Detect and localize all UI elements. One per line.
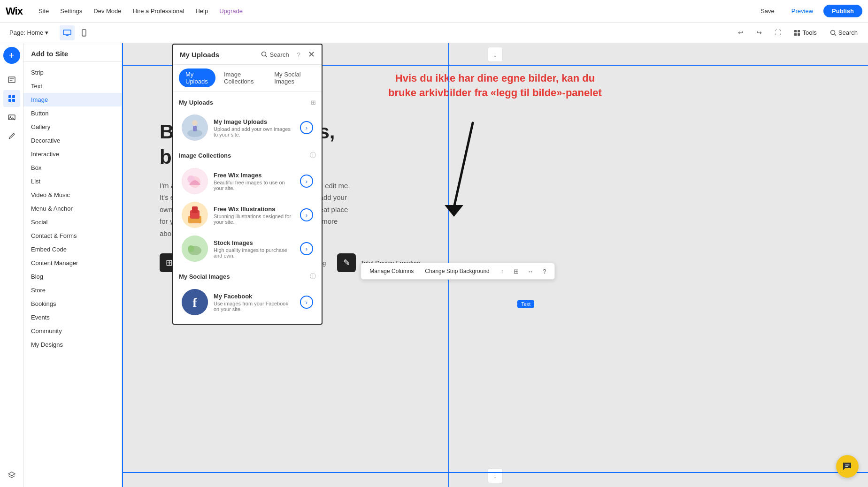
media-item-facebook[interactable]: f My Facebook Use images from your Faceb… <box>179 285 316 319</box>
add-panel-icon[interactable] <box>3 90 20 107</box>
add-panel-list: Strip Text Image Button Gallery Decorati… <box>23 62 122 487</box>
add-panel-item-text[interactable]: Text <box>23 79 122 93</box>
add-element-button[interactable]: + <box>3 47 20 64</box>
free-wix-arrow[interactable]: › <box>300 175 313 188</box>
fullscreen-button[interactable]: ⛶ <box>770 25 785 40</box>
toolbar-up-icon[interactable]: ↑ <box>496 265 508 277</box>
preview-button[interactable]: Preview <box>785 5 820 17</box>
layers-icon[interactable] <box>3 466 20 483</box>
svg-rect-9 <box>8 95 11 98</box>
nav-help[interactable]: Help <box>191 6 213 16</box>
nav-upgrade[interactable]: Upgrade <box>215 6 247 16</box>
svg-point-19 <box>192 120 198 126</box>
social-images-info-icon[interactable]: ⓘ <box>310 272 316 281</box>
nav-site[interactable]: Site <box>34 6 54 16</box>
page-selector[interactable]: Page: Home ▾ <box>6 27 52 38</box>
illustrations-desc: Stunning illustrations designed for your… <box>214 213 294 225</box>
media-panel-close-button[interactable]: ✕ <box>308 49 315 60</box>
add-panel-item-menu[interactable]: Menu & Anchor <box>23 202 122 215</box>
add-panel-item-content[interactable]: Content Manager <box>23 256 122 270</box>
social-images-title: My Social Images <box>179 273 230 280</box>
undo-button[interactable]: ↩ <box>733 25 748 40</box>
facebook-thumb: f <box>182 289 208 315</box>
change-strip-bg-button[interactable]: Change Strip Background <box>420 266 494 276</box>
svg-rect-3 <box>794 30 797 32</box>
add-panel-item-social[interactable]: Social <box>23 215 122 229</box>
save-button[interactable]: Save <box>754 5 781 17</box>
toolbar-settings-icon[interactable]: ⊞ <box>510 265 522 277</box>
tools-label: Tools <box>802 29 816 36</box>
media-item-illustrations[interactable]: Free Wix Illustrations Stunning illustra… <box>179 198 316 232</box>
my-uploads-title: My Uploads <box>179 99 213 106</box>
add-panel-item-button[interactable]: Button <box>23 107 122 120</box>
my-uploads-info-icon[interactable]: ⊞ <box>311 99 316 106</box>
svg-rect-20 <box>193 126 197 131</box>
svg-text:f: f <box>192 295 197 310</box>
illustrations-title: Free Wix Illustrations <box>214 205 294 213</box>
canvas-scroll-down[interactable]: ↓ <box>488 47 503 62</box>
tab-image-collections[interactable]: Image Collections <box>217 68 266 87</box>
add-panel-item-strip[interactable]: Strip <box>23 66 122 79</box>
add-panel-item-bookings[interactable]: Bookings <box>23 297 122 311</box>
tab-my-social[interactable]: My Social Images <box>268 68 316 87</box>
illustrations-thumb <box>182 202 208 228</box>
icon-rail: + <box>0 43 23 487</box>
facebook-arrow[interactable]: › <box>300 296 313 309</box>
help-icon[interactable]: ? <box>297 51 300 59</box>
add-panel-item-video[interactable]: Video & Music <box>23 188 122 202</box>
canvas-blue-line-left <box>122 43 123 487</box>
add-panel-item-decorative[interactable]: Decorative <box>23 134 122 147</box>
add-panel-item-interactive[interactable]: Interactive <box>23 147 122 161</box>
brush-icon[interactable] <box>3 128 20 145</box>
add-panel-item-embed[interactable]: Embed Code <box>23 243 122 256</box>
add-panel-item-image[interactable]: Image <box>23 93 122 107</box>
chat-bubble[interactable] <box>836 455 859 478</box>
nav-hire[interactable]: Hire a Professional <box>128 6 189 16</box>
facebook-info: My Facebook Use images from your Faceboo… <box>214 293 294 312</box>
tools-button[interactable]: Tools <box>789 27 821 38</box>
facebook-title: My Facebook <box>214 293 294 300</box>
svg-point-7 <box>830 30 835 34</box>
media-item-stock[interactable]: Stock Images High quality images to purc… <box>179 232 316 266</box>
tab-my-uploads[interactable]: My Uploads <box>179 68 215 87</box>
illustrations-arrow[interactable]: › <box>300 208 313 221</box>
nav-settings[interactable]: Settings <box>55 6 87 16</box>
mobile-button[interactable] <box>77 25 92 40</box>
free-wix-thumb <box>182 168 208 194</box>
add-panel-item-mydesigns[interactable]: My Designs <box>23 338 122 351</box>
media-icon[interactable] <box>3 109 20 126</box>
toolbar-help-icon[interactable]: ? <box>538 265 551 277</box>
media-item-my-uploads[interactable]: My Image Uploads Upload and add your own… <box>179 111 316 145</box>
stock-arrow[interactable]: › <box>300 242 313 255</box>
add-panel-item-contact[interactable]: Contact & Forms <box>23 229 122 243</box>
add-panel-item-box[interactable]: Box <box>23 161 122 175</box>
search-button[interactable]: Search <box>825 27 862 38</box>
toolbar-resize-icon[interactable]: ↔ <box>524 265 537 277</box>
add-panel-item-gallery[interactable]: Gallery <box>23 120 122 134</box>
redo-button[interactable]: ↪ <box>752 25 767 40</box>
my-uploads-arrow[interactable]: › <box>300 121 313 134</box>
media-panel: My Uploads Search ? ✕ My Uploads Image C… <box>172 44 323 325</box>
add-panel-item-events[interactable]: Events <box>23 311 122 324</box>
social-images-section-header: My Social Images ⓘ <box>179 272 316 281</box>
pages-icon[interactable] <box>3 71 20 88</box>
search-label: Search <box>838 29 858 36</box>
publish-button[interactable]: Publish <box>823 5 862 17</box>
stock-title: Stock Images <box>214 239 294 246</box>
canvas-scroll-down-bottom[interactable]: ↓ <box>488 468 503 483</box>
add-panel-item-community[interactable]: Community <box>23 324 122 338</box>
image-collections-info-icon[interactable]: ⓘ <box>310 151 316 160</box>
media-panel-search-button[interactable]: Search <box>261 51 289 58</box>
manage-columns-button[interactable]: Manage Columns <box>365 266 418 276</box>
desktop-button[interactable] <box>60 25 75 40</box>
stock-thumb <box>182 236 208 262</box>
media-panel-tabs: My Uploads Image Collections My Social I… <box>173 65 322 91</box>
add-panel-item-store[interactable]: Store <box>23 283 122 297</box>
my-uploads-section-header: My Uploads ⊞ <box>179 99 316 106</box>
my-uploads-info: My Image Uploads Upload and add your own… <box>214 118 294 137</box>
stock-desc: High quality images to purchase and own. <box>214 247 294 259</box>
add-panel-item-list[interactable]: List <box>23 175 122 188</box>
add-panel-item-blog[interactable]: Blog <box>23 270 122 283</box>
media-item-free-wix[interactable]: Free Wix Images Beautiful free images to… <box>179 164 316 198</box>
nav-devmode[interactable]: Dev Mode <box>89 6 126 16</box>
